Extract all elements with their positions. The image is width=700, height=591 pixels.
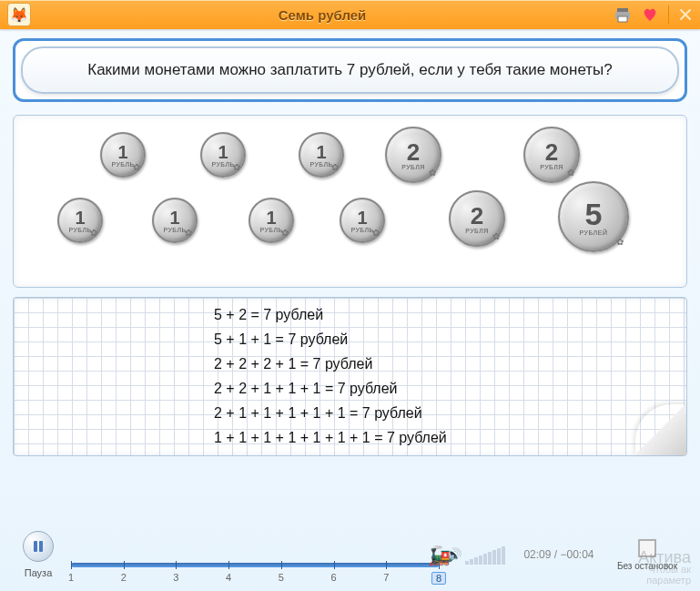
stops-checkbox[interactable] — [638, 539, 656, 557]
equation-line: 5 + 1 + 1 = 7 рублей — [214, 331, 677, 348]
coins-panel: 1РУБЛЬ✿1РУБЛЬ✿1РУБЛЬ✿2РУБЛЯ✿2РУБЛЯ✿1РУБЛ… — [13, 115, 687, 288]
timeline-tick-label[interactable]: 3 — [173, 572, 178, 583]
svg-rect-2 — [618, 16, 627, 22]
coin-ornament-icon: ✿ — [90, 228, 97, 238]
coin-value: 2 — [407, 140, 420, 164]
question-container: Какими монетами можно заплатить 7 рублей… — [13, 38, 687, 102]
timeline-tick-label[interactable]: 4 — [226, 572, 231, 583]
stops-column: Без остановок — [607, 539, 687, 571]
stops-label: Без остановок — [607, 561, 687, 571]
heart-icon[interactable] — [641, 5, 659, 24]
coin-label: РУБЛЬ — [259, 227, 282, 233]
coin-label: РУБЛЯ — [401, 164, 425, 170]
coin-2-ruble[interactable]: 2РУБЛЯ✿ — [385, 127, 441, 183]
logo-glyph: 🦊 — [10, 6, 28, 24]
timeline-tick[interactable] — [228, 561, 229, 569]
coin-value: 1 — [266, 209, 276, 227]
app-logo: 🦊 — [7, 3, 31, 26]
coin-label: РУБЛЬ — [111, 161, 134, 168]
timeline-bar[interactable]: 12345678🚂 — [71, 563, 439, 567]
timeline-tick-label[interactable]: 7 — [383, 572, 389, 583]
svg-rect-3 — [34, 541, 37, 552]
time-elapsed: 02:09 — [523, 548, 551, 561]
coin-ornament-icon: ✿ — [492, 231, 500, 241]
timeline-tick[interactable] — [71, 561, 72, 569]
content: Какими монетами можно заплатить 7 рублей… — [0, 29, 700, 456]
coin-1-ruble[interactable]: 1РУБЛЬ✿ — [340, 198, 385, 243]
equation-line: 2 + 2 + 2 + 1 = 7 рублей — [214, 356, 677, 372]
timeline[interactable]: 12345678🚂 — [71, 543, 439, 567]
coin-ornament-icon: ✿ — [567, 168, 574, 178]
coin-1-ruble[interactable]: 1РУБЛЬ✿ — [249, 198, 294, 243]
coin-2-ruble[interactable]: 2РУБЛЯ✿ — [449, 190, 505, 247]
coin-label: РУБЛЬ — [163, 227, 186, 233]
window-title: Семь рублей — [31, 7, 614, 23]
coin-5-ruble[interactable]: 5РУБЛЕЙ✿ — [558, 181, 629, 252]
coin-label: РУБЛЯ — [465, 228, 489, 234]
coin-ornament-icon: ✿ — [133, 162, 140, 172]
time-separator: / — [554, 548, 557, 561]
answers-panel: 5 + 2 = 7 рублей5 + 1 + 1 = 7 рублей2 + … — [13, 297, 687, 456]
footer: Пауза 12345678🚂 🔊 02:09 / −00:04 Без ост… — [0, 518, 700, 591]
coin-ornament-icon: ✿ — [429, 168, 436, 178]
coin-value: 1 — [357, 209, 367, 227]
svg-rect-0 — [617, 8, 628, 12]
coin-2-ruble[interactable]: 2РУБЛЯ✿ — [523, 127, 580, 183]
coin-value: 5 — [585, 199, 603, 229]
coin-value: 1 — [218, 143, 228, 161]
pause-button[interactable] — [23, 531, 54, 562]
coin-1-ruble[interactable]: 1РУБЛЬ✿ — [152, 198, 198, 243]
coin-value: 2 — [545, 140, 558, 164]
equation-line: 2 + 2 + 1 + 1 + 1 = 7 рублей — [214, 381, 677, 397]
svg-rect-4 — [39, 541, 43, 552]
equation-line: 2 + 1 + 1 + 1 + 1 + 1 = 7 рублей — [214, 405, 677, 422]
coin-value: 2 — [471, 204, 483, 228]
coin-label: РУБЛЯ — [540, 164, 563, 170]
coin-1-ruble[interactable]: 1РУБЛЬ✿ — [100, 132, 146, 178]
time-remaining: −00:04 — [561, 548, 594, 561]
timeline-tick-label[interactable]: 5 — [279, 572, 284, 583]
equation-line: 1 + 1 + 1 + 1 + 1 + 1 + 1 = 7 рублей — [214, 430, 677, 446]
coin-ornament-icon: ✿ — [281, 228, 289, 238]
coin-label: РУБЛЬ — [68, 227, 91, 233]
coin-ornament-icon: ✿ — [233, 162, 240, 172]
coin-ornament-icon: ✿ — [185, 228, 192, 238]
print-icon[interactable] — [614, 5, 632, 24]
coin-1-ruble[interactable]: 1РУБЛЬ✿ — [57, 198, 103, 243]
train-icon: 🚂 — [428, 545, 451, 566]
timeline-tick-label[interactable]: 6 — [331, 572, 337, 583]
timeline-tick[interactable] — [334, 561, 335, 569]
coin-1-ruble[interactable]: 1РУБЛЬ✿ — [299, 132, 344, 178]
coin-value: 1 — [75, 209, 85, 227]
timeline-tick[interactable] — [281, 561, 282, 569]
coin-value: 1 — [169, 209, 179, 227]
timeline-tick[interactable] — [386, 561, 387, 569]
coin-ornament-icon: ✿ — [331, 162, 339, 172]
time-display: 02:09 / −00:04 — [518, 548, 600, 561]
timeline-tick-label[interactable]: 8 — [431, 572, 446, 585]
coin-value: 1 — [117, 143, 127, 161]
coin-1-ruble[interactable]: 1РУБЛЬ✿ — [200, 132, 246, 178]
coin-label: РУБЛЬ — [211, 161, 234, 168]
divider — [668, 5, 669, 24]
coin-ornament-icon: ✿ — [372, 228, 380, 238]
titlebar: 🦊 Семь рублей — [0, 0, 700, 29]
coin-label: РУБЛЬ — [309, 161, 332, 168]
close-icon[interactable] — [678, 7, 693, 22]
timeline-tick[interactable] — [124, 561, 125, 569]
equation-line: 5 + 2 = 7 рублей — [214, 307, 677, 323]
pause-column: Пауза — [13, 531, 64, 578]
timeline-tick-label[interactable]: 1 — [68, 572, 74, 583]
timeline-tick[interactable] — [176, 561, 177, 569]
pause-label: Пауза — [13, 567, 64, 578]
coin-label: РУБЛЕЙ — [580, 229, 608, 236]
volume-bars[interactable] — [465, 545, 505, 565]
coin-label: РУБЛЬ — [350, 227, 373, 233]
timeline-tick-label[interactable]: 2 — [121, 572, 127, 583]
titlebar-right — [614, 5, 693, 24]
question-text: Какими монетами можно заплатить 7 рублей… — [21, 46, 679, 94]
coin-ornament-icon: ✿ — [616, 237, 624, 247]
coin-value: 1 — [316, 143, 326, 161]
